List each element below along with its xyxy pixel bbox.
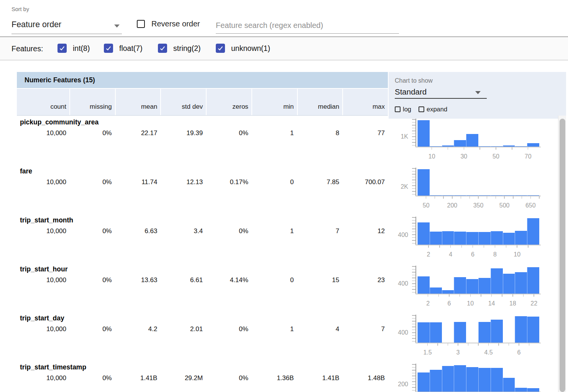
y-axis-line xyxy=(415,168,416,196)
x-axis-tick xyxy=(460,294,460,297)
x-axis-tick xyxy=(427,343,428,346)
y-axis-tick xyxy=(412,229,415,229)
y-axis-line xyxy=(415,119,416,147)
stat-missing: 0% xyxy=(69,129,115,137)
x-axis-tick xyxy=(487,196,488,199)
chart-to-show-panel: Chart to show Standard log expand xyxy=(389,72,566,119)
x-axis-tick xyxy=(439,245,440,248)
stat-std-dev: 19.39 xyxy=(160,129,206,137)
reverse-order-label: Reverse order xyxy=(151,20,200,28)
histogram-bar xyxy=(417,322,430,343)
column-header-count: count xyxy=(17,89,69,115)
x-axis-tick xyxy=(470,294,471,297)
x-axis-tick xyxy=(529,343,530,346)
histogram-bar xyxy=(466,279,478,294)
y-axis-tick xyxy=(412,191,415,192)
x-axis-tick xyxy=(522,196,522,199)
y-axis-tick xyxy=(412,180,415,180)
histogram-bar xyxy=(442,231,454,245)
feature-stats: 10,0000%1.41B29.2M0%1.36B1.41B1.48B xyxy=(17,374,388,382)
histogram-bar xyxy=(417,276,430,294)
y-axis-tick xyxy=(412,220,415,221)
stat-min: 1 xyxy=(251,227,297,235)
feature-name: trip_start_day xyxy=(20,314,64,322)
checked-checkbox[interactable] xyxy=(104,44,113,53)
y-axis-tick xyxy=(412,364,415,365)
histogram-bar xyxy=(466,232,478,245)
log-label: log xyxy=(403,106,411,113)
y-axis-tick xyxy=(412,131,415,131)
y-axis-tick xyxy=(412,136,415,137)
feature-filter-float[interactable]: float(7) xyxy=(104,44,143,53)
x-axis-tick xyxy=(481,294,481,297)
histogram-bar xyxy=(527,218,539,245)
x-tick-label: 650 xyxy=(519,202,542,209)
stat-max: 1.48B xyxy=(342,374,388,382)
x-tick-label: 6 xyxy=(461,251,484,258)
feature-filter-label: string(2) xyxy=(173,44,201,53)
stat-median: 8 xyxy=(297,129,343,137)
y-axis-tick xyxy=(412,119,415,120)
chart-to-show-dropdown[interactable]: Standard xyxy=(395,87,487,99)
feature-row: trip_start_month10,0000%6.633.40%1712400… xyxy=(0,214,568,263)
vertical-scrollbar-track[interactable] xyxy=(558,116,566,392)
feature-filter-int[interactable]: int(8) xyxy=(57,44,90,53)
checked-checkbox[interactable] xyxy=(57,44,67,53)
table-column-headers: countmissingmeanstd devzerosminmedianmax xyxy=(17,89,388,116)
y-axis-tick xyxy=(412,327,415,327)
column-header-mean: mean xyxy=(115,89,161,115)
vertical-scrollbar-thumb[interactable] xyxy=(560,119,565,392)
sort-by-dropdown[interactable]: Feature order xyxy=(11,17,122,34)
y-axis-tick xyxy=(412,232,415,232)
x-tick-label: 4 xyxy=(439,251,462,258)
feature-stats: 10,0000%13.636.614.14%01523 xyxy=(17,276,388,284)
y-axis-tick xyxy=(412,373,415,374)
histogram-bar xyxy=(454,277,466,294)
y-axis-tick xyxy=(412,188,415,189)
stat-zeros: 0% xyxy=(206,325,251,333)
stat-count: 10,000 xyxy=(17,178,69,186)
y-axis-tick xyxy=(412,387,415,388)
stat-std-dev: 3.4 xyxy=(160,227,206,235)
x-axis-tick xyxy=(502,294,502,297)
checked-checkbox[interactable] xyxy=(216,44,225,53)
y-axis-tick xyxy=(412,315,415,316)
histogram-bar xyxy=(466,367,478,392)
x-tick-label: 50 xyxy=(484,153,507,160)
histogram-bar xyxy=(430,232,442,245)
x-axis-tick xyxy=(468,343,469,346)
histogram-bar xyxy=(478,368,491,392)
checked-checkbox[interactable] xyxy=(158,44,167,53)
y-axis-tick xyxy=(412,335,415,336)
chart-to-show-value: Standard xyxy=(395,87,427,96)
y-axis-tick xyxy=(412,370,415,371)
expand-checkbox[interactable] xyxy=(419,106,424,112)
y-axis-label: 400 xyxy=(391,280,408,287)
stat-missing: 0% xyxy=(69,374,115,382)
feature-filter-string[interactable]: string(2) xyxy=(158,44,201,53)
y-axis-tick xyxy=(412,266,415,267)
reverse-order-checkbox[interactable] xyxy=(137,20,145,28)
feature-histogram: 4001.534.56 xyxy=(391,312,558,361)
feature-search-input[interactable] xyxy=(216,18,399,34)
column-header-min: min xyxy=(251,89,297,115)
y-axis-tick xyxy=(412,128,415,129)
y-axis-tick xyxy=(412,168,415,169)
stat-min: 1 xyxy=(251,325,297,333)
log-checkbox[interactable] xyxy=(395,106,401,112)
x-axis-tick xyxy=(461,196,461,199)
x-tick-label: 500 xyxy=(493,202,516,209)
feature-name: pickup_community_area xyxy=(20,118,98,126)
feature-filter-unknown[interactable]: unknown(1) xyxy=(216,44,270,53)
x-tick-label: 2 xyxy=(417,251,440,258)
stat-mean: 1.41B xyxy=(115,374,161,382)
y-axis-tick xyxy=(412,332,415,333)
y-axis-label: 1K xyxy=(391,133,408,140)
x-axis-tick xyxy=(473,245,473,248)
y-axis-line xyxy=(415,364,416,392)
histogram-bar xyxy=(442,366,454,392)
histogram-bar xyxy=(491,231,503,245)
stat-count: 10,000 xyxy=(17,129,69,137)
x-axis-tick xyxy=(513,196,514,199)
histogram-bar xyxy=(417,372,430,392)
